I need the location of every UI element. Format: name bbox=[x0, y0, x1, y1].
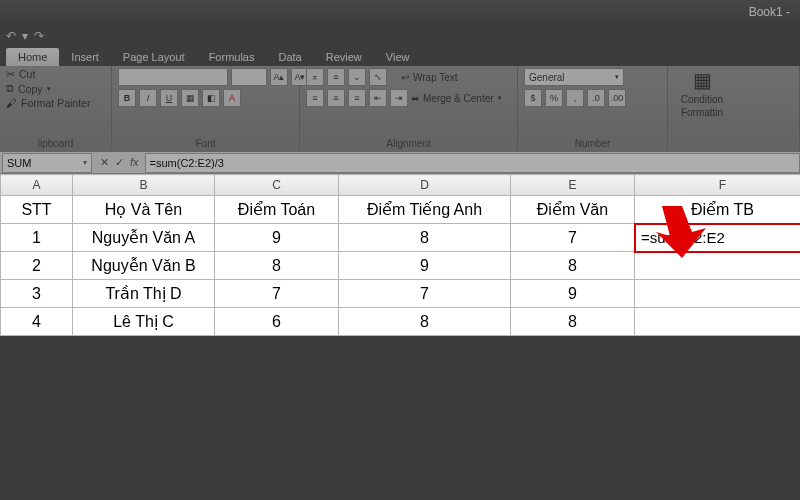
grow-font-button[interactable]: A▴ bbox=[270, 68, 288, 86]
group-label: Font bbox=[118, 136, 293, 149]
align-center-button[interactable]: ≡ bbox=[327, 89, 345, 107]
col-header[interactable]: D bbox=[339, 175, 511, 196]
tab-review[interactable]: Review bbox=[314, 48, 374, 66]
col-header[interactable]: E bbox=[511, 175, 635, 196]
cell[interactable]: 8 bbox=[339, 224, 511, 252]
cell[interactable]: 8 bbox=[511, 252, 635, 280]
cell[interactable]: Nguyễn Văn A bbox=[73, 224, 215, 252]
cell[interactable] bbox=[635, 252, 801, 280]
brush-icon: 🖌 bbox=[6, 97, 17, 109]
group-number: General▾ $ % , .0 .00 Number bbox=[518, 66, 668, 151]
number-format-select[interactable]: General▾ bbox=[524, 68, 624, 86]
cell[interactable]: Điểm Tiếng Anh bbox=[339, 196, 511, 224]
fill-color-button[interactable]: ◧ bbox=[202, 89, 220, 107]
col-header[interactable]: A bbox=[1, 175, 73, 196]
chevron-down-icon[interactable]: ▾ bbox=[83, 158, 87, 167]
font-color-button[interactable]: A bbox=[223, 89, 241, 107]
indent-inc-button[interactable]: ⇥ bbox=[390, 89, 408, 107]
cell[interactable]: 3 bbox=[1, 280, 73, 308]
cell[interactable]: 8 bbox=[215, 252, 339, 280]
bold-button[interactable]: B bbox=[118, 89, 136, 107]
cell[interactable]: 7 bbox=[339, 280, 511, 308]
col-header[interactable]: C bbox=[215, 175, 339, 196]
name-box[interactable]: SUM ▾ bbox=[2, 153, 92, 173]
cell[interactable]: 2 bbox=[1, 252, 73, 280]
scissors-icon: ✂ bbox=[6, 68, 15, 80]
cancel-formula-button[interactable]: ✕ bbox=[100, 156, 109, 169]
format-painter-button[interactable]: 🖌Format Painter bbox=[6, 97, 90, 109]
ribbon: ✂Cut ⧉Copy▾ 🖌Format Painter lipboard A▴ … bbox=[0, 66, 800, 152]
cell[interactable] bbox=[635, 308, 801, 336]
merge-center-button[interactable]: ⬌Merge & Center▾ bbox=[411, 93, 502, 104]
align-bottom-button[interactable]: ⌄ bbox=[348, 68, 366, 86]
cell[interactable]: 6 bbox=[215, 308, 339, 336]
cell[interactable]: 9 bbox=[215, 224, 339, 252]
col-header[interactable]: B bbox=[73, 175, 215, 196]
col-header[interactable]: F bbox=[635, 175, 801, 196]
align-right-button[interactable]: ≡ bbox=[348, 89, 366, 107]
cell[interactable]: 4 bbox=[1, 308, 73, 336]
conditional-formatting-button[interactable]: ▦ Condition Formattin bbox=[674, 68, 730, 118]
cell[interactable]: STT bbox=[1, 196, 73, 224]
cell[interactable]: 8 bbox=[339, 308, 511, 336]
table-row: 2 Nguyễn Văn B 8 9 8 bbox=[1, 252, 801, 280]
align-top-button[interactable]: ⌅ bbox=[306, 68, 324, 86]
title-bar: Book1 - bbox=[0, 0, 800, 24]
font-name-select[interactable] bbox=[118, 68, 228, 86]
tab-data[interactable]: Data bbox=[266, 48, 313, 66]
italic-button[interactable]: I bbox=[139, 89, 157, 107]
table-row: STT Họ Và Tên Điểm Toán Điểm Tiếng Anh Đ… bbox=[1, 196, 801, 224]
comma-button[interactable]: , bbox=[566, 89, 584, 107]
decrease-decimal-button[interactable]: .00 bbox=[608, 89, 626, 107]
percent-button[interactable]: % bbox=[545, 89, 563, 107]
cell[interactable] bbox=[635, 280, 801, 308]
underline-button[interactable]: U bbox=[160, 89, 178, 107]
align-left-button[interactable]: ≡ bbox=[306, 89, 324, 107]
cell[interactable]: Họ Và Tên bbox=[73, 196, 215, 224]
cell[interactable]: 8 bbox=[511, 308, 635, 336]
window-title: Book1 - bbox=[749, 5, 790, 19]
tab-formulas[interactable]: Formulas bbox=[197, 48, 267, 66]
cell[interactable]: Lê Thị C bbox=[73, 308, 215, 336]
orientation-button[interactable]: ⤡ bbox=[369, 68, 387, 86]
chevron-down-icon: ▾ bbox=[498, 94, 502, 102]
indent-dec-button[interactable]: ⇤ bbox=[369, 89, 387, 107]
cell[interactable]: Điểm Văn bbox=[511, 196, 635, 224]
group-label: lipboard bbox=[6, 136, 105, 149]
tab-insert[interactable]: Insert bbox=[59, 48, 111, 66]
cut-button[interactable]: ✂Cut bbox=[6, 68, 90, 80]
tab-view[interactable]: View bbox=[374, 48, 422, 66]
cell[interactable]: Nguyễn Văn B bbox=[73, 252, 215, 280]
group-label bbox=[674, 147, 793, 149]
spreadsheet[interactable]: A B C D E F STT Họ Và Tên Điểm Toán Điểm… bbox=[0, 174, 800, 336]
group-clipboard: ✂Cut ⧉Copy▾ 🖌Format Painter lipboard bbox=[0, 66, 112, 151]
qat-dropdown-icon[interactable]: ▾ bbox=[22, 29, 28, 43]
currency-button[interactable]: $ bbox=[524, 89, 542, 107]
cell[interactable]: 9 bbox=[511, 280, 635, 308]
group-styles: ▦ Condition Formattin bbox=[668, 66, 800, 151]
enter-formula-button[interactable]: ✓ bbox=[115, 156, 124, 169]
cell[interactable]: Điểm Toán bbox=[215, 196, 339, 224]
undo-icon[interactable]: ↶ bbox=[6, 29, 16, 43]
wrap-text-button[interactable]: ↩Wrap Text bbox=[401, 72, 458, 83]
cell[interactable]: 9 bbox=[339, 252, 511, 280]
fx-button[interactable]: fx bbox=[130, 156, 139, 169]
merge-icon: ⬌ bbox=[411, 93, 419, 104]
cell[interactable]: Điểm TB bbox=[635, 196, 801, 224]
font-size-select[interactable] bbox=[231, 68, 267, 86]
align-middle-button[interactable]: ≡ bbox=[327, 68, 345, 86]
redo-icon[interactable]: ↷ bbox=[34, 29, 44, 43]
active-cell[interactable]: =sum(C2:E2 bbox=[635, 224, 801, 252]
chevron-down-icon: ▾ bbox=[47, 85, 51, 93]
tab-home[interactable]: Home bbox=[6, 48, 59, 66]
cell[interactable]: 1 bbox=[1, 224, 73, 252]
increase-decimal-button[interactable]: .0 bbox=[587, 89, 605, 107]
cell[interactable]: Trần Thị D bbox=[73, 280, 215, 308]
border-button[interactable]: ▦ bbox=[181, 89, 199, 107]
wrap-icon: ↩ bbox=[401, 72, 409, 83]
cell[interactable]: 7 bbox=[215, 280, 339, 308]
cell[interactable]: 7 bbox=[511, 224, 635, 252]
tab-page-layout[interactable]: Page Layout bbox=[111, 48, 197, 66]
formula-input[interactable]: =sum(C2:E2)/3 bbox=[145, 153, 800, 173]
copy-button[interactable]: ⧉Copy▾ bbox=[6, 82, 90, 95]
